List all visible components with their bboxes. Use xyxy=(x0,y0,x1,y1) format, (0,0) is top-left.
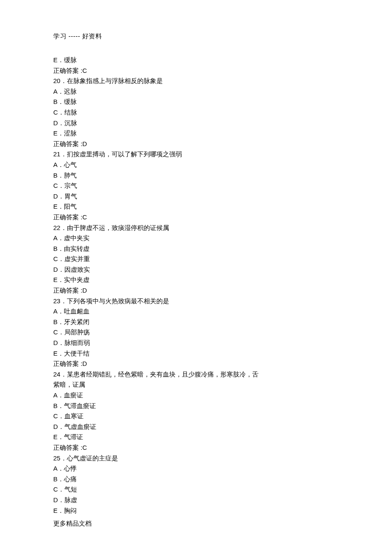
text-line: E．大便干结 xyxy=(53,348,339,359)
text-line: 20．在脉象指感上与浮脉相反的脉象是 xyxy=(53,76,339,86)
text-line: E．气滞证 xyxy=(53,432,339,443)
text-line: C．结脉 xyxy=(53,107,339,118)
text-line: 正确答案 :C xyxy=(53,212,339,223)
text-line: D．脉细而弱 xyxy=(53,338,339,348)
text-line: 正确答案 :D xyxy=(53,285,339,296)
text-line: C．血寒证 xyxy=(53,411,339,422)
text-line: D．因虚致实 xyxy=(53,265,339,275)
document-body: E．缓脉 正确答案 :C 20．在脉象指感上与浮脉相反的脉象是 A．迟脉 B．缓… xyxy=(53,55,339,516)
text-line: D．脉虚 xyxy=(53,495,339,506)
text-line: B．缓脉 xyxy=(53,97,339,107)
text-line: E．涩脉 xyxy=(53,128,339,139)
document-page: 学习 ----- 好资料 E．缓脉 正确答案 :C 20．在脉象指感上与浮脉相反… xyxy=(0,0,392,555)
text-line: 正确答案 :D xyxy=(53,359,339,369)
text-line: A．心气 xyxy=(53,160,339,170)
text-line: 正确答案 :C xyxy=(53,66,339,76)
text-line: A．迟脉 xyxy=(53,86,339,97)
text-line: A．心悸 xyxy=(53,463,339,474)
text-line: E．实中夹虚 xyxy=(53,275,339,285)
text-line: A．吐血衄血 xyxy=(53,306,339,317)
text-line: 正确答案 :D xyxy=(53,139,339,150)
page-header: 学习 ----- 好资料 xyxy=(53,32,102,40)
text-line: D．沉脉 xyxy=(53,118,339,129)
text-line: B．由实转虚 xyxy=(53,244,339,254)
text-line: 正确答案 :C xyxy=(53,443,339,453)
text-line: 21．扪按虚里搏动，可以了解下列哪项之强弱 xyxy=(53,149,339,160)
text-line: C．气短 xyxy=(53,484,339,495)
text-line: 25．心气虚证的主症是 xyxy=(53,453,339,464)
text-line: A．血瘀证 xyxy=(53,390,339,401)
text-line: E．缓脉 xyxy=(53,55,339,66)
text-line: B．气滞血瘀证 xyxy=(53,401,339,411)
text-line: B．肺气 xyxy=(53,170,339,181)
text-line: D．胃气 xyxy=(53,191,339,202)
text-line: B．牙关紧闭 xyxy=(53,317,339,328)
text-line: B．心痛 xyxy=(53,474,339,485)
text-line: C．局部肿疡 xyxy=(53,327,339,338)
text-line: 24．某患者经期错乱，经色紫暗，夹有血块，且少腹冷痛，形寒肢冷，舌 xyxy=(53,369,339,380)
text-line: 22．由于脾虚不运，致痰湿停积的证候属 xyxy=(53,223,339,233)
text-line: A．虚中夹实 xyxy=(53,233,339,244)
text-line: E．胸闷 xyxy=(53,506,339,516)
text-line: D．气虚血瘀证 xyxy=(53,422,339,432)
text-line: E．阳气 xyxy=(53,201,339,212)
text-line: 紫暗，证属 xyxy=(53,380,339,390)
page-footer: 更多精品文档 xyxy=(53,520,92,528)
text-line: C．虚实并重 xyxy=(53,254,339,265)
text-line: 23．下列各项中与火热致病最不相关的是 xyxy=(53,296,339,307)
text-line: C．宗气 xyxy=(53,181,339,191)
